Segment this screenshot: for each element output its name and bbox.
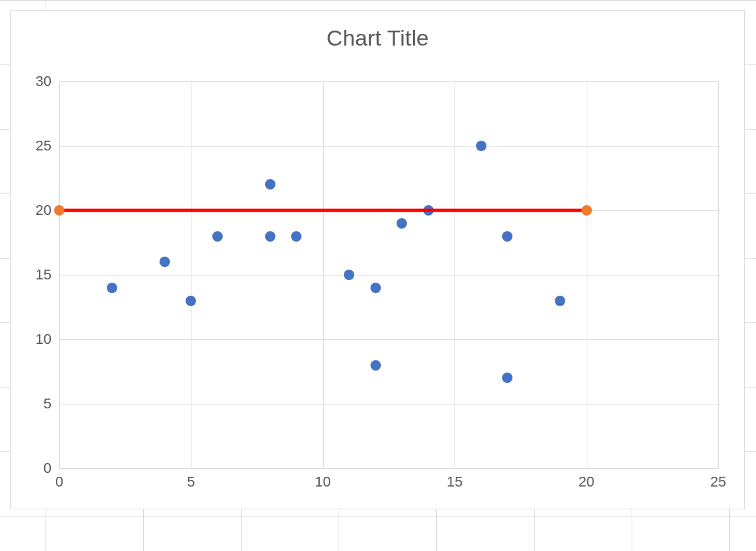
x-tick-label: 0 (55, 473, 63, 490)
gridline-horizontal (59, 275, 718, 276)
y-tick-label: 10 (36, 331, 51, 348)
line-endpoint-marker[interactable] (581, 205, 592, 216)
gridline-horizontal (59, 468, 718, 469)
y-tick-label: 5 (44, 395, 51, 412)
x-tick-label: 5 (187, 473, 195, 490)
scatter-point[interactable] (502, 373, 512, 383)
y-tick-label: 0 (44, 460, 51, 477)
gridline-horizontal (59, 81, 718, 82)
scatter-point[interactable] (476, 141, 486, 151)
y-tick-label: 15 (36, 266, 51, 283)
line-endpoint-marker[interactable] (54, 205, 64, 216)
scatter-point[interactable] (344, 270, 354, 280)
scatter-point[interactable] (291, 231, 301, 242)
scatter-point[interactable] (107, 283, 117, 293)
chart-object[interactable]: Chart Title 0510152025051015202530 (10, 10, 745, 509)
y-tick-label: 25 (36, 137, 51, 154)
x-tick-label: 25 (710, 473, 726, 490)
scatter-point[interactable] (555, 296, 565, 306)
gridline-horizontal (59, 146, 718, 147)
y-tick-label: 20 (36, 202, 51, 219)
y-tick-label: 30 (36, 73, 51, 90)
gridline-vertical (718, 81, 719, 468)
gridline-horizontal (59, 404, 718, 404)
plot-area[interactable]: 0510152025051015202530 (59, 81, 718, 468)
gridline-horizontal (59, 339, 718, 340)
scatter-point[interactable] (371, 360, 381, 371)
scatter-point[interactable] (265, 179, 275, 190)
scatter-point[interactable] (502, 231, 512, 242)
x-tick-label: 15 (447, 473, 462, 490)
scatter-point[interactable] (160, 257, 170, 267)
x-tick-label: 10 (315, 473, 331, 490)
chart-title[interactable]: Chart Title (11, 25, 744, 51)
scatter-point[interactable] (186, 296, 196, 306)
scatter-point[interactable] (265, 231, 275, 242)
x-tick-label: 20 (578, 473, 594, 490)
scatter-point[interactable] (397, 218, 407, 229)
scatter-point[interactable] (371, 283, 381, 293)
scatter-point[interactable] (212, 231, 223, 242)
threshold-line[interactable] (59, 209, 587, 212)
